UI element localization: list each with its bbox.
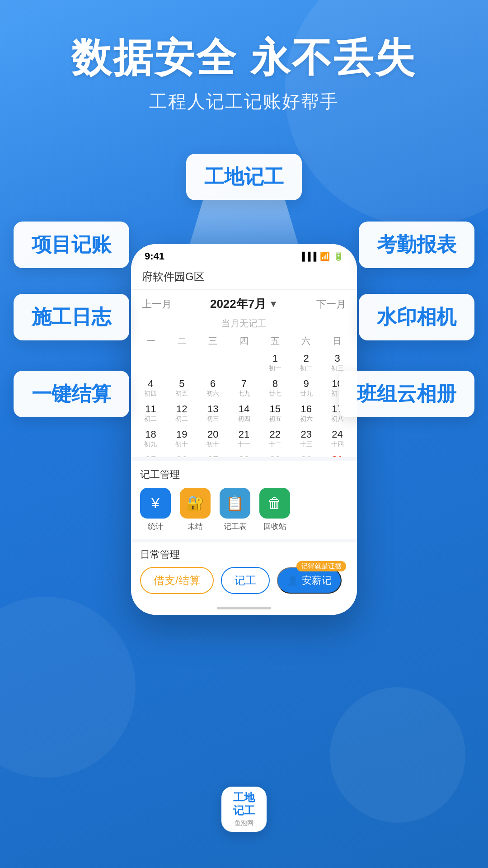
location-bar: 府软件园G区	[131, 266, 357, 290]
cal-day-22[interactable]: 22十二	[260, 427, 290, 451]
cal-no-work-label: 当月无记工	[131, 316, 357, 333]
cal-day-13[interactable]: 13初三	[198, 401, 228, 426]
bottom-logo: 工地 记工 鱼泡网	[221, 787, 267, 832]
mgmt-worktable-label: 记工表	[224, 521, 247, 532]
cal-day-4[interactable]: 4初四	[136, 376, 166, 401]
logo-box: 工地 记工 鱼泡网	[221, 787, 267, 832]
cal-day-18[interactable]: 18初九	[136, 427, 166, 451]
cal-day-30[interactable]: 30廿十	[291, 452, 321, 457]
logo-main-text: 工地 记工	[233, 791, 255, 817]
bubble-project-accounting[interactable]: 项目记账	[14, 222, 129, 268]
calendar-area: 上一月 2022年7月 ▼ 下一月 当月无记工 一 二 三 四 五 六 日	[131, 290, 357, 457]
cal-day-25[interactable]: 25十五	[136, 452, 166, 457]
calendar-grid: 1初一 2初二 3初三 4初四 5初五 6初六 7七九 8廿七 9廿九 10初一…	[131, 351, 357, 457]
mgmt-section: 记工管理 ¥ 统计 🔐 未结 📋	[131, 461, 357, 539]
status-icons: ▐▐▐ 📶 🔋	[299, 251, 343, 261]
cal-day-15[interactable]: 15初五	[260, 401, 290, 426]
wifi-icon: 📶	[320, 251, 330, 261]
home-indicator	[131, 601, 357, 615]
mgmt-recycle-icon: 🗑	[259, 488, 290, 519]
mgmt-recycle-label: 回收站	[263, 521, 286, 532]
home-bar	[217, 607, 271, 609]
mgmt-worktable[interactable]: 📋 记工表	[220, 488, 250, 532]
mgmt-stats[interactable]: ¥ 统计	[140, 488, 171, 532]
logo-sub-text: 鱼泡网	[235, 819, 253, 827]
cal-day-23[interactable]: 23十三	[291, 427, 321, 451]
status-bar: 9:41 ▐▐▐ 📶 🔋	[131, 244, 357, 266]
cal-day-6[interactable]: 6初六	[198, 376, 228, 401]
cal-day-26[interactable]: 26十六	[167, 452, 197, 457]
cal-day-empty	[198, 351, 228, 375]
cal-day-24[interactable]: 24十四	[322, 427, 352, 451]
cal-day-19[interactable]: 19初十	[167, 427, 197, 451]
cal-day-31[interactable]: 31 今天	[322, 452, 352, 457]
mgmt-title: 记工管理	[140, 468, 348, 481]
cal-day-empty	[229, 351, 259, 375]
cal-day-8[interactable]: 8廿七	[260, 376, 290, 401]
weekday-mon: 一	[136, 333, 167, 349]
cal-day-27[interactable]: 27十七	[198, 452, 228, 457]
cal-day-29[interactable]: 29十九	[260, 452, 290, 457]
cal-month-arrow: ▼	[269, 299, 278, 309]
bubble-construction-diary[interactable]: 施工日志	[14, 294, 129, 340]
mgmt-worktable-icon: 📋	[220, 488, 250, 519]
cal-day-20[interactable]: 20初十	[198, 427, 228, 451]
weekday-fri: 五	[259, 333, 291, 349]
mgmt-unsettled-icon: 🔐	[180, 488, 211, 519]
cal-day-7[interactable]: 7七九	[229, 376, 259, 401]
bg-decoration-circle2	[0, 597, 136, 778]
cal-day-16[interactable]: 16初六	[291, 401, 321, 426]
status-time: 9:41	[145, 250, 164, 262]
salary-badge-label: 记得就是证据	[296, 561, 346, 571]
cal-day-12[interactable]: 12初二	[167, 401, 197, 426]
mgmt-unsettled-label: 未结	[188, 521, 203, 532]
cal-month-label[interactable]: 2022年7月 ▼	[210, 296, 278, 312]
weekday-sat: 六	[291, 333, 322, 349]
mgmt-icons-row: ¥ 统计 🔐 未结 📋 记工表	[140, 488, 348, 532]
daily-title: 日常管理	[140, 548, 348, 561]
phone-mockup: 9:41 ▐▐▐ 📶 🔋 府软件园G区 上一月 2022年7月 ▼ 下一月 当月…	[131, 244, 357, 615]
user-icon: 👤	[287, 575, 298, 586]
cal-day-21[interactable]: 21十一	[229, 427, 259, 451]
mgmt-stats-label: 统计	[148, 521, 163, 532]
header: 数据安全 永不丢失 工程人记工记账好帮手	[0, 36, 488, 114]
btn-borrow-settlement[interactable]: 借支/结算	[140, 567, 214, 594]
weekday-thu: 四	[229, 333, 260, 349]
main-title: 数据安全 永不丢失	[0, 36, 488, 80]
weekday-wed: 三	[197, 333, 229, 349]
cal-day-2[interactable]: 2初二	[291, 351, 321, 375]
location-text: 府软件园G区	[142, 270, 205, 283]
weekday-tue: 二	[167, 333, 198, 349]
cal-day-5[interactable]: 5初五	[167, 376, 197, 401]
bubble-center[interactable]: 工地记工	[186, 154, 302, 200]
cal-day-9[interactable]: 9廿九	[291, 376, 321, 401]
weekday-sun: 日	[321, 333, 352, 349]
cal-next-month[interactable]: 下一月	[316, 297, 346, 311]
mgmt-stats-icon: ¥	[140, 488, 171, 519]
cal-day-empty	[167, 351, 197, 375]
bubble-team-album[interactable]: 班组云相册	[339, 371, 474, 417]
main-subtitle: 工程人记工记账好帮手	[0, 89, 488, 114]
signal-icon: ▐▐▐	[299, 252, 316, 261]
btn-record-work[interactable]: 记工	[221, 567, 270, 594]
bubble-attendance-report[interactable]: 考勤报表	[359, 222, 474, 268]
bubble-watermark-camera[interactable]: 水印相机	[359, 294, 474, 340]
calendar-header: 上一月 2022年7月 ▼ 下一月	[131, 290, 357, 316]
bg-decoration-circle3	[330, 687, 465, 823]
bubble-one-click-settlement[interactable]: 一键结算	[14, 371, 129, 417]
daily-section: 日常管理 借支/结算 记工 👤 安薪记 记得就是证据	[131, 542, 357, 601]
cal-day-empty	[136, 351, 166, 375]
mgmt-unsettled[interactable]: 🔐 未结	[180, 488, 211, 532]
calendar-weekdays: 一 二 三 四 五 六 日	[131, 333, 357, 349]
mgmt-recycle[interactable]: 🗑 回收站	[259, 488, 290, 532]
cal-prev-month[interactable]: 上一月	[142, 297, 172, 311]
cal-day-1[interactable]: 1初一	[260, 351, 290, 375]
daily-buttons-row: 借支/结算 记工 👤 安薪记 记得就是证据	[140, 567, 348, 594]
btn-salary-wrapper: 👤 安薪记 记得就是证据	[277, 567, 342, 594]
battery-icon: 🔋	[333, 251, 343, 261]
cal-day-14[interactable]: 14初四	[229, 401, 259, 426]
cal-day-11[interactable]: 11初二	[136, 401, 166, 426]
cal-day-28[interactable]: 28十八	[229, 452, 259, 457]
